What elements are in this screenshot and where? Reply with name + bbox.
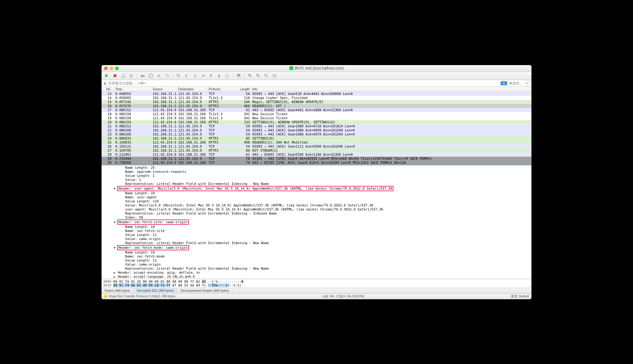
- detail-line[interactable]: Name Length: 14: [102, 250, 531, 254]
- packet-row[interactable]: 200.086159121.43.154.9192.168.31.166HTTP…: [102, 120, 531, 124]
- packet-row[interactable]: 190.086158121.43.154.9192.168.31.166TLSv…: [102, 116, 531, 120]
- packet-row[interactable]: 250.150033121.43.154.9192.168.31.166HTTP…: [102, 140, 531, 144]
- detail-line[interactable]: Value Length: 119: [102, 199, 531, 203]
- detail-line[interactable]: Value: same-origin: [102, 262, 531, 267]
- expression-label[interactable]: 表达式…: [509, 81, 523, 86]
- detail-line[interactable]: Representation: Literal Header Field wit…: [102, 241, 531, 245]
- packet-row[interactable]: 270.150705192.168.31.1…121.43.154.9HTTP2…: [102, 149, 531, 153]
- detail-line[interactable]: ▼ Header: user-agent: Mozilla/5.0 (Macin…: [102, 186, 531, 191]
- packet-row[interactable]: 140.056965192.168.31.1…121.43.154.9TLSv1…: [102, 96, 531, 100]
- detail-line[interactable]: Representation: Literal Header Field wit…: [102, 182, 531, 186]
- start-capture-button[interactable]: [103, 73, 110, 79]
- packet-row[interactable]: 240.086833192.168.31.1…121.43.154.9HTTP2…: [102, 136, 531, 140]
- svg-rect-7: [237, 75, 240, 76]
- packet-row[interactable]: 160.057676192.168.31.1…121.43.154.9HTTP2…: [102, 104, 531, 108]
- packet-row[interactable]: 230.086268192.168.31.1…121.43.154.9TCP54…: [102, 132, 531, 136]
- col-header-no[interactable]: No.: [102, 87, 114, 91]
- last-button[interactable]: [216, 73, 222, 79]
- packet-row[interactable]: 130.048563192.168.31.1…121.43.154.9TCP54…: [102, 92, 531, 96]
- zoom-out-button[interactable]: [255, 73, 262, 79]
- hex-row[interactable]: 0000 00 01 7d 01 25 00 00 00 01 80 00 00…: [103, 280, 530, 283]
- packet-row[interactable]: 220.086268192.168.31.1…121.43.154.9TCP54…: [102, 128, 531, 132]
- packet-row[interactable]: 260.150121192.168.31.1…121.43.154.9TCP54…: [102, 144, 531, 149]
- next-button[interactable]: [191, 73, 198, 79]
- open-file-button[interactable]: [139, 73, 146, 79]
- svg-point-11: [265, 74, 267, 76]
- detail-line[interactable]: user-agent: Mozilla/5.0 (Macintosh; Inte…: [102, 207, 531, 211]
- resize-columns-button[interactable]: [271, 73, 278, 79]
- detail-line[interactable]: ▼ Header: sec-fetch-site: same-origin: [102, 220, 531, 225]
- zoom-reset-button[interactable]: [263, 73, 270, 79]
- detail-line[interactable]: Value Length: 1: [102, 174, 531, 178]
- detail-line[interactable]: Value: Mozilla/5.0 (Macintosh; Intel Mac…: [102, 203, 531, 207]
- detail-line[interactable]: Name Length: 10: [102, 191, 531, 195]
- prev-button[interactable]: [183, 73, 190, 79]
- col-header-info[interactable]: Info: [251, 87, 531, 91]
- tab-decompressed-header[interactable]: Decompressed Header (680 bytes): [177, 288, 232, 293]
- packet-row[interactable]: 210.086252192.168.31.1…121.43.154.9TCP54…: [102, 124, 531, 128]
- expert-info-icon[interactable]: [104, 295, 107, 298]
- display-filter-input[interactable]: [107, 81, 501, 86]
- title-text: Wi-Fi: en0 (host halfrost.com): [295, 66, 344, 70]
- detail-line[interactable]: Representation: Literal Header Field wit…: [102, 211, 531, 215]
- app-window: Wi-Fi: en0 (host halfrost.com) ▮ ▾: [102, 65, 531, 299]
- filter-bar: ▮ ▾ 表达式… +: [102, 80, 531, 87]
- detail-line[interactable]: Name: user-agent: [102, 195, 531, 199]
- bytes-tabs: Frame (466 bytes) Decrypted SSL (390 byt…: [102, 288, 531, 294]
- goto-button[interactable]: [199, 73, 206, 79]
- packet-details[interactable]: Name Length: 25 Name: upgrade-insecure-r…: [102, 165, 531, 279]
- packet-row[interactable]: 290.715444192.168.31.1…121.43.154.9TCP78…: [102, 157, 531, 161]
- detail-line[interactable]: Value: 1: [102, 178, 531, 182]
- detail-line[interactable]: Value Length: 11: [102, 258, 531, 262]
- restart-capture-button[interactable]: [120, 73, 126, 79]
- options-button[interactable]: [128, 73, 135, 79]
- packet-list[interactable]: No. Time Source Destination Protocol Len…: [102, 87, 531, 165]
- detail-line[interactable]: Name: sec-fetch-mode: [102, 254, 531, 258]
- hex-view[interactable]: 0000 00 01 7d 01 25 00 00 00 01 80 00 00…: [102, 279, 531, 288]
- zoom-in-button[interactable]: [247, 73, 254, 79]
- detail-line[interactable]: Index: 58: [102, 215, 531, 220]
- detail-line[interactable]: Name: upgrade-insecure-requests: [102, 170, 531, 174]
- packet-row[interactable]: 300.738560121.43.154.9192.168.31.166TCP7…: [102, 161, 531, 165]
- stop-capture-button[interactable]: [112, 73, 118, 79]
- reload-button[interactable]: [164, 73, 170, 79]
- first-button[interactable]: [207, 73, 214, 79]
- toolbar: [102, 72, 531, 80]
- detail-line[interactable]: Representation: Literal Header Field wit…: [102, 267, 531, 271]
- detail-line[interactable]: ▶ Header: accept-encoding: gzip, deflate…: [102, 271, 531, 275]
- detail-line[interactable]: Value Length: 11: [102, 233, 531, 237]
- add-filter-button[interactable]: +: [525, 80, 530, 86]
- autoscroll-button[interactable]: [224, 73, 231, 79]
- packet-row[interactable]: 180.086158121.43.154.9192.168.31.166TLSv…: [102, 112, 531, 116]
- detail-line[interactable]: ▶ Header: accept-language: zh-CN,zh;q=0.…: [102, 275, 531, 279]
- col-header-source[interactable]: Source: [151, 87, 177, 91]
- colorize-button[interactable]: [235, 73, 242, 79]
- detail-line[interactable]: Name: sec-fetch-site: [102, 229, 531, 233]
- packet-row[interactable]: 150.057242192.168.31.1…121.43.154.9HTTP2…: [102, 100, 531, 104]
- detail-line[interactable]: ▼ Header: sec-fetch-mode: same-origin: [102, 245, 531, 250]
- traffic-lights: [104, 67, 119, 70]
- find-button[interactable]: [175, 73, 182, 79]
- col-header-destination[interactable]: Destination: [177, 87, 207, 91]
- packet-list-header[interactable]: No. Time Source Destination Protocol Len…: [102, 87, 531, 92]
- hex-row[interactable]: 0010 89 9c 74 4b 61 d0 95 c8 7a 7f 87 84…: [103, 283, 530, 287]
- minimize-icon[interactable]: [110, 67, 113, 70]
- col-header-protocol[interactable]: Protocol: [207, 87, 239, 91]
- save-file-button[interactable]: [147, 73, 154, 79]
- titlebar[interactable]: Wi-Fi: en0 (host halfrost.com): [102, 65, 531, 72]
- packet-row[interactable]: 170.086152121.43.154.9192.168.31.166TCP6…: [102, 108, 531, 112]
- tab-decrypted-ssl[interactable]: Decrypted SSL (390 bytes): [134, 288, 178, 293]
- expression-dropdown[interactable]: ▾: [501, 81, 507, 85]
- close-file-button[interactable]: [155, 73, 162, 79]
- tab-frame[interactable]: Frame (466 bytes): [102, 288, 134, 293]
- detail-line[interactable]: Value: same-origin: [102, 237, 531, 241]
- bookmark-icon[interactable]: ▮: [103, 81, 107, 85]
- detail-line[interactable]: Name Length: 14: [102, 225, 531, 229]
- maximize-icon[interactable]: [115, 67, 119, 70]
- status-profile[interactable]: 配置: Default: [511, 294, 529, 299]
- detail-line[interactable]: Name Length: 25: [102, 166, 531, 170]
- close-icon[interactable]: [104, 67, 107, 70]
- packet-row[interactable]: 280.212962121.43.154.9192.168.31.166TCP6…: [102, 153, 531, 157]
- col-header-length[interactable]: Length: [239, 87, 251, 91]
- col-header-time[interactable]: Time: [114, 87, 151, 91]
